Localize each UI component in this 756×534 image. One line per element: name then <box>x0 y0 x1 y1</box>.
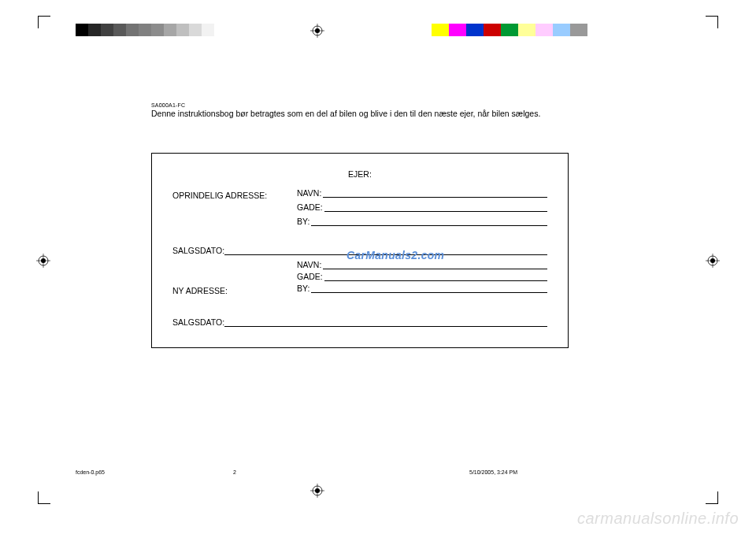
color-swatch <box>432 24 449 36</box>
salgsdato-label-1: SALGSDATO: <box>172 246 224 255</box>
document-code: SA000A1-FC <box>151 102 624 108</box>
gade-label-2: GADE: <box>297 272 323 281</box>
grayscale-swatch <box>126 24 139 36</box>
by-label-1: BY: <box>297 217 309 226</box>
registration-mark-right <box>706 254 720 268</box>
color-swatch <box>484 24 501 36</box>
grayscale-swatch <box>76 24 88 36</box>
color-swatch <box>518 24 536 36</box>
salgsdato-field-1 <box>224 246 547 255</box>
navn-label-2: NAVN: <box>297 260 321 269</box>
footer-page-number: 2 <box>233 469 469 475</box>
registration-mark-top <box>310 24 324 38</box>
crop-mark-top-right <box>706 16 718 28</box>
navn-label-1: NAVN: <box>297 188 321 198</box>
by-field-2 <box>311 284 547 293</box>
crop-mark-bottom-right <box>706 491 718 504</box>
grayscale-swatch <box>139 24 151 36</box>
color-calibration-bar <box>432 24 587 36</box>
crop-mark-bottom-left <box>38 491 50 504</box>
owner-header: EJER: <box>172 169 547 179</box>
grayscale-swatch <box>101 24 113 36</box>
navn-field-1 <box>323 188 547 198</box>
registration-mark-left <box>36 254 50 268</box>
original-address-label: OPRINDELIG ADRESSE: <box>172 191 297 200</box>
watermark-bottom: carmanualsonline.info <box>577 510 739 528</box>
footer-filename: fcden-0.p65 <box>76 469 233 475</box>
owner-info-box: EJER: OPRINDELIG ADRESSE: NAVN: GADE: BY… <box>151 153 569 348</box>
grayscale-swatch <box>88 24 101 36</box>
grayscale-swatch <box>189 24 202 36</box>
color-swatch <box>449 24 466 36</box>
color-swatch <box>466 24 484 36</box>
grayscale-swatch <box>164 24 176 36</box>
grayscale-swatch <box>202 24 214 36</box>
grayscale-calibration-bar <box>76 24 227 36</box>
crop-mark-top-left <box>38 16 50 28</box>
navn-field-2 <box>323 260 547 269</box>
instruction-text: Denne instruktionsbog bør betragtes som … <box>151 109 624 118</box>
salgsdato-field-2 <box>224 317 547 327</box>
page-content: SA000A1-FC Denne instruktionsbog bør bet… <box>151 102 624 348</box>
by-label-2: BY: <box>297 284 309 293</box>
grayscale-swatch <box>176 24 189 36</box>
color-swatch <box>553 24 570 36</box>
print-footer: fcden-0.p65 2 5/10/2005, 3:24 PM <box>76 469 682 475</box>
gade-label-1: GADE: <box>297 202 323 212</box>
grayscale-swatch <box>113 24 126 36</box>
new-address-label: NY ADRESSE: <box>172 286 297 295</box>
gade-field-2 <box>324 272 547 281</box>
gade-field-1 <box>324 202 547 212</box>
footer-timestamp: 5/10/2005, 3:24 PM <box>469 469 682 475</box>
grayscale-swatch <box>214 24 227 36</box>
by-field-1 <box>311 217 547 226</box>
color-swatch <box>570 24 587 36</box>
salgsdato-label-2: SALGSDATO: <box>172 317 224 327</box>
registration-mark-bottom <box>310 484 324 498</box>
color-swatch <box>501 24 518 36</box>
grayscale-swatch <box>151 24 164 36</box>
color-swatch <box>536 24 553 36</box>
